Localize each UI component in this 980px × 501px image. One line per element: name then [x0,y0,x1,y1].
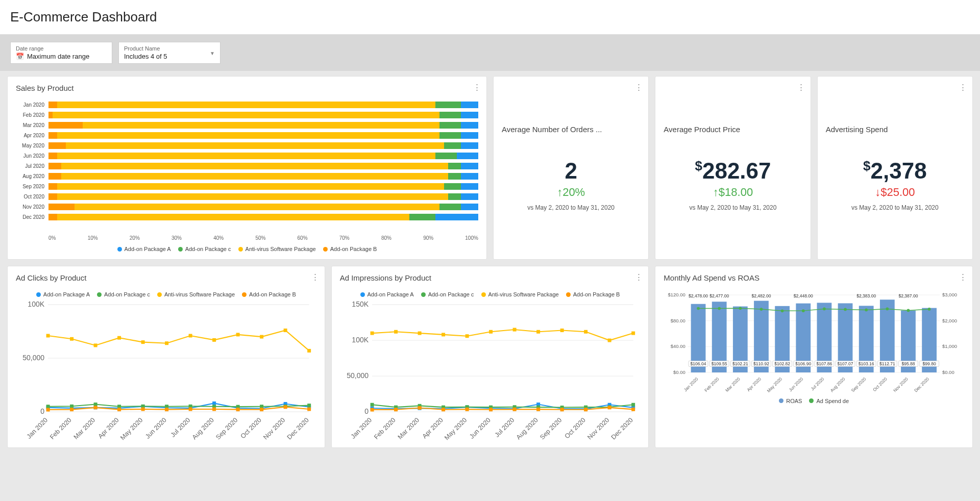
bar-segment [439,204,461,210]
svg-rect-49 [212,407,216,411]
card-title: Ad Clicks by Product [16,273,316,282]
x-tick: 60% [298,235,308,241]
card-menu-icon[interactable]: ⋮ [473,83,480,92]
svg-text:Nov 2020: Nov 2020 [892,376,909,392]
bar-segment [439,122,461,129]
bar-segment [444,183,461,190]
page-title: E-Commerce Dashboard [10,9,970,25]
stacked-bar [48,112,478,118]
svg-text:Jul 2020: Jul 2020 [169,416,192,439]
svg-rect-41 [307,349,311,353]
svg-text:Jan 2020: Jan 2020 [683,376,699,392]
svg-text:$1,000: $1,000 [942,343,957,349]
svg-text:$2,477.00: $2,477.00 [710,293,729,298]
svg-rect-121 [631,408,635,411]
legend-item: Add-on Package A [360,291,414,297]
filter-date-range[interactable]: Date range 📅 Maximum date range [10,42,112,64]
svg-rect-100 [418,332,421,335]
bar-category-label: Nov 2020 [16,204,44,210]
card-menu-icon[interactable]: ⋮ [635,272,642,282]
svg-rect-117 [536,408,540,411]
svg-rect-19 [70,405,74,408]
legend-item: Add-on Package A [36,291,90,297]
svg-text:Oct 2020: Oct 2020 [563,416,586,440]
svg-point-182 [697,307,700,310]
bar-segment [461,193,478,200]
svg-point-183 [718,307,721,310]
svg-text:Sep 2020: Sep 2020 [538,416,563,440]
card-title: Average Product Price [664,125,740,134]
svg-text:Sep 2020: Sep 2020 [214,416,239,440]
stacked-bar [48,183,478,190]
svg-point-193 [928,308,931,311]
combo-chart: $0.00$40.00$80.00$120.00$0.00$1,000$2,00… [664,286,964,393]
bar-segment [48,132,57,139]
bar-segment [61,173,448,180]
bar-category-label: Jan 2020 [16,102,44,108]
card-menu-icon[interactable]: ⋮ [797,83,804,92]
svg-rect-48 [189,407,192,411]
svg-text:$106.90: $106.90 [796,361,812,366]
legend-label: Ad Spend de [816,398,849,404]
stacked-bar [48,122,478,129]
bar-row: Apr 2020 [16,131,478,140]
svg-text:$106.04: $106.04 [691,361,706,366]
bar-segment [461,122,478,129]
bar-segment [444,142,461,149]
svg-text:Feb 2020: Feb 2020 [48,416,73,440]
legend-item: Anti-virus Software Package [238,246,316,252]
card-menu-icon[interactable]: ⋮ [959,272,966,282]
kpi-compare: vs May 2, 2020 to May 31, 2020 [851,204,939,211]
card-title: Average Number of Orders ... [502,125,602,134]
x-tick: 90% [423,235,433,241]
bar-segment [53,112,439,118]
legend: ROASAd Spend de [664,398,964,404]
svg-text:May 2020: May 2020 [443,416,468,440]
svg-text:Oct 2020: Oct 2020 [239,416,263,440]
x-tick: 30% [172,235,182,241]
filter-bar: Date range 📅 Maximum date range Product … [0,35,980,71]
legend-item: Add-on Package c [178,246,231,252]
bar-category-label: Sep 2020 [16,184,44,189]
svg-rect-99 [394,330,398,334]
header: E-Commerce Dashboard [0,0,980,35]
bar-segment [48,153,57,159]
svg-rect-13 [212,402,216,405]
card-title: Sales by Product [16,84,478,92]
svg-text:$95.88: $95.88 [902,361,915,366]
bar-category-label: Aug 2020 [16,173,44,179]
card-menu-icon[interactable]: ⋮ [311,272,318,282]
kpi-delta: ↑20% [557,186,585,199]
svg-text:Jul 2020: Jul 2020 [810,376,825,391]
filter-product-name[interactable]: Product Name Includes 4 of 5 ▼ [118,42,220,64]
svg-rect-108 [607,339,611,342]
svg-text:Feb 2020: Feb 2020 [703,376,720,392]
legend-dot [238,247,243,252]
legend-label: Add-on Package B [330,246,377,252]
svg-text:0: 0 [364,407,369,415]
bar-row: Jul 2020 [16,162,478,170]
legend-label: Add-on Package c [428,291,474,297]
svg-text:$103.16: $103.16 [859,361,874,366]
card-menu-icon[interactable]: ⋮ [959,83,966,92]
legend-dot [323,247,328,252]
bar-segment [57,214,409,220]
bar-segment [461,183,478,190]
svg-text:Mar 2020: Mar 2020 [725,376,742,392]
x-tick: 10% [88,235,98,241]
svg-text:Jun 2020: Jun 2020 [468,416,492,440]
bar-segment [48,142,66,149]
kpi-compare: vs May 2, 2020 to May 31, 2020 [690,204,777,211]
bar-segment [48,204,75,210]
svg-rect-51 [260,408,263,411]
legend-label: Anti-virus Software Package [488,291,559,297]
bar-category-label: Apr 2020 [16,133,44,138]
svg-text:Apr 2020: Apr 2020 [421,416,444,440]
bar-row: Dec 2020 [16,213,478,221]
card-spend-vs-roas: Monthly Ad Spend vs ROAS ⋮ $0.00$40.00$8… [655,266,973,448]
card-menu-icon[interactable]: ⋮ [635,83,642,92]
stacked-bar-chart: Jan 2020Feb 2020Mar 2020Apr 2020May 2020… [16,96,478,232]
bar-row: May 2020 [16,141,478,150]
svg-rect-116 [512,408,516,411]
svg-text:$107.86: $107.86 [817,361,832,366]
